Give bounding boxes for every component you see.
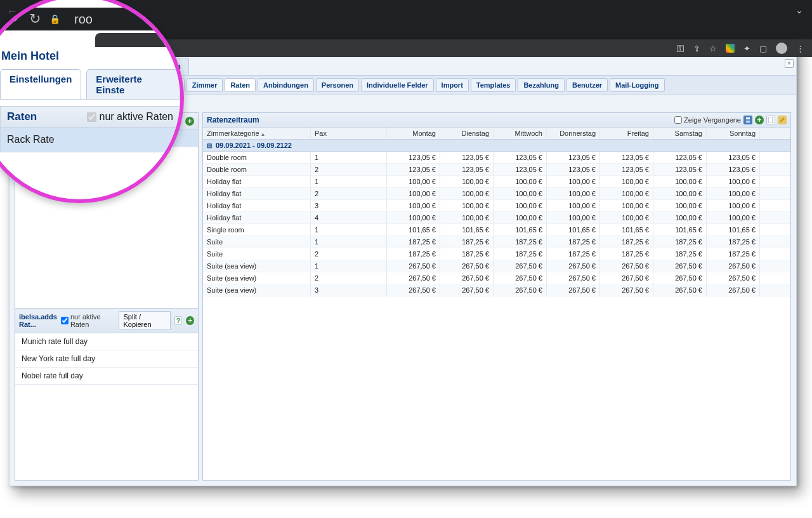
add-period-icon[interactable]: +: [755, 116, 764, 124]
app-window: Mein Hotel EinstellungenErweiterte Einst…: [9, 39, 797, 486]
ibelsa-add-icon[interactable]: +: [186, 316, 194, 325]
key-icon[interactable]: ⚿: [676, 44, 684, 53]
table-row[interactable]: Double room1123,05 €123,05 €123,05 €123,…: [203, 152, 790, 164]
main-tab-1[interactable]: Erweiterte Einstellungen: [84, 58, 189, 75]
subnav-personen[interactable]: Personen: [316, 78, 359, 92]
subnav-bezahlung[interactable]: Bezahlung: [518, 78, 565, 92]
svg-rect-3: [768, 117, 773, 123]
period-group-row[interactable]: ⊟ 09.09.2021 - 09.09.2122: [203, 140, 790, 152]
rate-periods-panel: Ratenzeitraum Zeige Vergangene +: [202, 112, 791, 481]
show-past-checkbox[interactable]: Zeige Vergangene: [674, 116, 741, 124]
google-app-icon[interactable]: [726, 44, 735, 53]
grid-header: Zimmerkategorie▲PaxMontagDienstagMittwoc…: [203, 128, 790, 140]
subnav-produkte[interactable]: Produkte: [99, 78, 141, 92]
column-header[interactable]: Pax: [311, 128, 387, 139]
table-row[interactable]: Suite (sea view)1267,50 €267,50 €267,50 …: [203, 260, 790, 272]
subnav-templates[interactable]: Templates: [471, 78, 516, 92]
star-icon[interactable]: ☆: [709, 44, 717, 53]
edit-icon[interactable]: [778, 116, 787, 124]
grid-body: Double room1123,05 €123,05 €123,05 €123,…: [203, 152, 790, 296]
url-bar[interactable]: /de/application ⚿ ⇪ ☆ ✦ ▢ ⋮: [0, 39, 812, 57]
add-rate-icon[interactable]: +: [185, 117, 194, 126]
forward-icon[interactable]: →: [25, 5, 37, 18]
table-row[interactable]: Double room2123,05 €123,05 €123,05 €123,…: [203, 164, 790, 176]
rates-title: Raten: [19, 117, 44, 126]
subnav-benutzer[interactable]: Benutzer: [566, 78, 608, 92]
save-icon[interactable]: [743, 116, 752, 124]
rate-item-rack[interactable]: Rack Rate: [15, 130, 198, 147]
page-icon[interactable]: [766, 116, 775, 124]
subnav-individuelle-felder[interactable]: Individuelle Felder: [361, 78, 434, 92]
sort-asc-icon: ▲: [261, 131, 266, 137]
table-row[interactable]: Holiday flat3100,00 €100,00 €100,00 €100…: [203, 200, 790, 212]
rate-periods-title: Ratenzeitraum: [207, 116, 259, 124]
split-copy-button[interactable]: Split / Kopieren: [112, 116, 169, 127]
column-header[interactable]: Montag: [387, 128, 440, 139]
table-row[interactable]: Suite1187,25 €187,25 €187,25 €187,25 €18…: [203, 236, 790, 248]
table-row[interactable]: Suite (sea view)3267,50 €267,50 €267,50 …: [203, 284, 790, 296]
subnav: Automatische E-MailsProdukteFinanzenZimm…: [10, 76, 796, 95]
subnav-mail-logging[interactable]: Mail-Logging: [610, 78, 664, 92]
subnav-import[interactable]: Import: [436, 78, 469, 92]
only-active-checkbox[interactable]: nur aktive Raten: [48, 117, 108, 125]
column-header[interactable]: Freitag: [600, 128, 653, 139]
subnav-raten[interactable]: Raten: [225, 78, 256, 92]
svg-rect-1: [746, 117, 750, 119]
reload-icon[interactable]: ↻: [44, 4, 54, 18]
help-icon[interactable]: ?: [173, 117, 181, 126]
column-header[interactable]: Dienstag: [440, 128, 494, 139]
rates-panel: Raten nur aktive Raten Split / Kopieren …: [15, 112, 199, 481]
ibelsa-rate-item[interactable]: Munich rate full day: [15, 333, 198, 350]
column-header[interactable]: Zimmerkategorie▲: [203, 128, 311, 139]
column-header[interactable]: Samstag: [653, 128, 707, 139]
browser-tab[interactable]: ×: [38, 29, 133, 34]
subnav-zimmer[interactable]: Zimmer: [187, 78, 223, 92]
ibelsa-only-active-checkbox[interactable]: nur aktive Raten: [61, 313, 115, 328]
svg-rect-2: [746, 121, 750, 123]
main-tabs: EinstellungenErweiterte Einstellungen ×: [10, 58, 796, 76]
subnav-anbindungen[interactable]: Anbindungen: [258, 78, 314, 92]
ibelsa-title: ibelsa.adds Rat...: [19, 313, 57, 328]
table-row[interactable]: Holiday flat2100,00 €100,00 €100,00 €100…: [203, 188, 790, 200]
ibelsa-rate-item[interactable]: Nobel rate full day: [15, 368, 198, 385]
table-row[interactable]: Holiday flat1100,00 €100,00 €100,00 €100…: [203, 176, 790, 188]
back-icon[interactable]: ←: [6, 5, 18, 18]
column-header[interactable]: Sonntag: [707, 128, 760, 139]
kebab-menu-icon[interactable]: ⋮: [796, 44, 804, 53]
url-short: 🔒 roo: [74, 6, 103, 17]
table-row[interactable]: Single room1101,65 €101,65 €101,65 €101,…: [203, 224, 790, 236]
extensions-icon[interactable]: ✦: [743, 44, 750, 53]
main-tab-0[interactable]: Einstellungen: [13, 58, 80, 75]
subnav-finanzen[interactable]: Finanzen: [143, 78, 185, 92]
column-header[interactable]: Donnerstag: [547, 128, 600, 139]
profile-avatar[interactable]: [776, 43, 787, 54]
collapse-icon[interactable]: ⊟: [207, 142, 213, 149]
browser-chrome: ← → ↻ 🔒 roo ⌄ × +: [0, 0, 812, 39]
window-icon[interactable]: ▢: [759, 44, 767, 53]
ibelsa-rate-item[interactable]: New York rate full day: [15, 350, 198, 368]
pane-close-icon[interactable]: ×: [785, 59, 794, 68]
share-icon[interactable]: ⇪: [693, 44, 700, 53]
ibelsa-split-button[interactable]: Split / Kopieren: [119, 311, 170, 330]
column-header[interactable]: Mittwoch: [494, 128, 547, 139]
ibelsa-help-icon[interactable]: ?: [174, 316, 183, 325]
subnav-automatische-e-mails[interactable]: Automatische E-Mails: [13, 78, 97, 92]
lock-icon: 🔒: [74, 6, 85, 17]
new-tab-icon[interactable]: +: [140, 25, 147, 38]
ibelsa-rates-panel: ibelsa.adds Rat... nur aktive Raten Spli…: [15, 308, 198, 480]
window-menu-icon[interactable]: ⌄: [796, 5, 803, 15]
table-row[interactable]: Holiday flat4100,00 €100,00 €100,00 €100…: [203, 212, 790, 224]
table-row[interactable]: Suite (sea view)2267,50 €267,50 €267,50 …: [203, 272, 790, 284]
table-row[interactable]: Suite2187,25 €187,25 €187,25 €187,25 €18…: [203, 248, 790, 260]
